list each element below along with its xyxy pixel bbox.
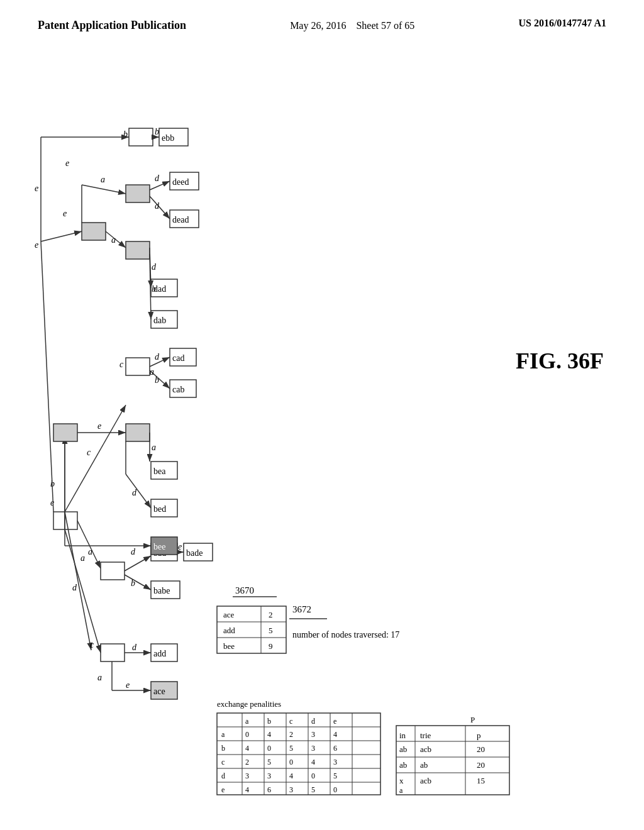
svg-text:2: 2 <box>269 610 273 619</box>
svg-text:bee: bee <box>223 641 235 651</box>
svg-text:4: 4 <box>245 785 249 794</box>
svg-text:15: 15 <box>477 776 485 785</box>
svg-text:e: e <box>178 542 182 551</box>
svg-text:a: a <box>221 730 225 739</box>
svg-text:6: 6 <box>267 785 271 794</box>
svg-text:d: d <box>72 583 77 592</box>
svg-text:trie: trie <box>420 731 431 740</box>
svg-text:number of nodes traversed: 17: number of nodes traversed: 17 <box>292 630 399 639</box>
svg-text:0: 0 <box>311 772 315 780</box>
svg-text:a: a <box>150 367 154 377</box>
svg-line-76 <box>150 196 170 219</box>
svg-text:deed: deed <box>172 177 189 187</box>
svg-line-57 <box>41 231 82 241</box>
svg-text:babe: babe <box>153 586 170 595</box>
svg-text:3: 3 <box>289 785 293 794</box>
svg-text:P: P <box>470 715 475 724</box>
svg-text:d: d <box>311 717 315 726</box>
svg-text:cad: cad <box>172 353 184 363</box>
svg-text:0: 0 <box>289 758 293 766</box>
svg-line-72 <box>82 185 126 194</box>
svg-text:p: p <box>477 731 481 740</box>
svg-line-9 <box>65 512 91 650</box>
svg-line-15 <box>125 556 151 571</box>
svg-rect-30 <box>126 424 150 441</box>
svg-text:e: e <box>63 209 67 218</box>
svg-text:2: 2 <box>289 730 293 739</box>
svg-text:3672: 3672 <box>292 604 311 614</box>
svg-text:b: b <box>131 578 135 588</box>
svg-text:4: 4 <box>289 772 293 780</box>
svg-text:d: d <box>155 352 160 362</box>
svg-text:2: 2 <box>245 758 249 766</box>
svg-text:ab: ab <box>399 760 407 770</box>
diagram-svg: a b c d a bad d bade e babe b b <box>0 47 644 801</box>
svg-text:a: a <box>80 553 85 563</box>
svg-text:e: e <box>126 680 130 690</box>
svg-line-98 <box>65 529 101 653</box>
svg-text:6: 6 <box>333 744 337 753</box>
svg-text:e: e <box>333 717 336 726</box>
svg-text:bed: bed <box>153 504 166 514</box>
header-center: May 26, 2016 Sheet 57 of 65 <box>290 18 414 34</box>
svg-line-62 <box>106 231 126 248</box>
svg-rect-25 <box>53 424 77 441</box>
svg-text:a: a <box>111 235 116 245</box>
svg-text:3: 3 <box>311 744 315 753</box>
svg-text:5: 5 <box>311 785 315 794</box>
svg-text:ebb: ebb <box>162 133 174 143</box>
svg-text:e: e <box>35 240 38 250</box>
svg-text:4: 4 <box>267 730 271 739</box>
svg-line-82 <box>82 194 126 223</box>
svg-rect-43 <box>126 358 150 375</box>
svg-text:d: d <box>132 643 137 652</box>
svg-text:c: c <box>289 717 292 726</box>
svg-text:9: 9 <box>269 641 273 651</box>
svg-text:e: e <box>221 785 225 794</box>
svg-text:20: 20 <box>477 760 485 770</box>
svg-text:cab: cab <box>172 385 184 394</box>
svg-text:a: a <box>399 786 403 795</box>
svg-text:ab: ab <box>420 760 428 770</box>
svg-rect-84 <box>129 128 153 146</box>
svg-text:4: 4 <box>311 758 315 766</box>
svg-text:a: a <box>245 717 249 726</box>
patent-number: US 2016/0147747 A1 <box>518 18 606 29</box>
svg-text:ab: ab <box>399 744 407 754</box>
svg-text:in: in <box>399 731 406 740</box>
svg-text:FIG. 36F: FIG. 36F <box>516 348 604 374</box>
svg-rect-55 <box>82 223 106 240</box>
svg-text:b: b <box>152 284 156 294</box>
svg-text:b: b <box>155 375 159 385</box>
svg-text:d: d <box>221 772 225 780</box>
svg-rect-169 <box>396 726 509 795</box>
svg-text:0: 0 <box>333 785 337 794</box>
svg-text:add: add <box>153 649 166 658</box>
svg-text:add: add <box>223 626 235 635</box>
svg-rect-70 <box>126 185 150 202</box>
sheet: Sheet 57 of 65 <box>356 20 414 31</box>
svg-text:0: 0 <box>245 730 249 739</box>
svg-text:ace: ace <box>153 687 165 696</box>
main-content: a b c d a bad d bade e babe b b <box>0 47 644 801</box>
svg-text:a: a <box>101 175 105 184</box>
svg-text:a: a <box>152 443 156 452</box>
svg-text:4: 4 <box>245 744 249 753</box>
svg-rect-64 <box>126 241 150 259</box>
svg-line-36 <box>126 474 151 508</box>
svg-text:c: c <box>119 360 124 369</box>
svg-text:20: 20 <box>477 744 485 754</box>
svg-text:d: d <box>155 201 160 211</box>
date: May 26, 2016 <box>290 20 346 31</box>
svg-text:ace: ace <box>223 610 235 619</box>
svg-line-51 <box>150 357 170 367</box>
svg-text:bea: bea <box>153 467 166 476</box>
svg-text:d: d <box>152 262 157 272</box>
svg-text:exchange penalities: exchange penalities <box>217 699 281 709</box>
svg-text:c: c <box>87 448 91 457</box>
svg-text:5: 5 <box>269 626 273 635</box>
page-header: Patent Application Publication May 26, 2… <box>0 0 644 34</box>
svg-line-67 <box>150 254 151 319</box>
svg-text:acb: acb <box>420 776 431 785</box>
svg-text:3: 3 <box>311 730 315 739</box>
